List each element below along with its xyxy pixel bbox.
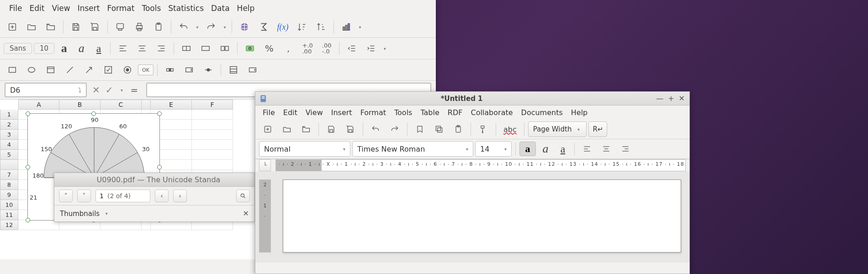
font-name-box[interactable]: Sans (4, 43, 32, 54)
row-header[interactable]: 5 (0, 150, 18, 160)
column-header[interactable]: A (18, 100, 59, 110)
function-icon[interactable]: f(x) (274, 18, 291, 36)
w-menu-table[interactable]: Table (418, 107, 442, 118)
w-bold-button[interactable]: a (519, 142, 536, 156)
minimize-icon[interactable]: — (656, 94, 663, 103)
close-sidebar-icon[interactable]: ✕ (243, 209, 249, 218)
row-header[interactable]: 3 (0, 130, 18, 140)
w-redo-icon[interactable] (386, 121, 403, 137)
new-icon[interactable] (4, 18, 21, 36)
inc-decimal-icon[interactable]: +.0.00 (299, 40, 316, 57)
menu-file[interactable]: File (6, 3, 25, 14)
print-icon[interactable] (131, 18, 148, 36)
resize-handle-nw[interactable] (26, 111, 30, 116)
cell[interactable] (18, 220, 59, 230)
rect-shape-icon[interactable] (4, 61, 21, 79)
thousands-icon[interactable]: , (280, 40, 297, 57)
accept-dropdown[interactable]: ▾ (119, 88, 125, 93)
scrollbar-widget-icon[interactable] (161, 61, 179, 79)
menu-format[interactable]: Format (104, 3, 137, 14)
w-undo-icon[interactable] (367, 121, 384, 137)
font-name-combo[interactable]: Times New Roman▾ (352, 141, 473, 157)
w-menu-format[interactable]: Format (358, 107, 389, 118)
italic-button[interactable]: a (74, 42, 89, 55)
w-align-left-icon[interactable] (578, 141, 596, 157)
sort-asc-icon[interactable] (293, 18, 311, 36)
resize-handle-n[interactable] (91, 111, 96, 116)
undo-icon[interactable] (175, 18, 192, 36)
close-icon[interactable]: ✕ (679, 94, 685, 103)
row-header[interactable]: 9 (0, 190, 18, 200)
print-preview-icon[interactable] (111, 18, 129, 36)
chart-icon[interactable] (338, 18, 355, 36)
menu-statistics[interactable]: Statistics (165, 3, 206, 14)
zoom-combo[interactable]: Page Width▾ (528, 121, 587, 137)
resize-handle-ne[interactable] (157, 111, 162, 116)
row-header[interactable] (0, 160, 18, 170)
document-page[interactable] (283, 179, 681, 253)
search-icon[interactable] (236, 190, 250, 202)
column-header[interactable]: B (59, 100, 101, 110)
align-center-icon[interactable] (133, 40, 151, 57)
hyperlink-icon[interactable] (236, 18, 253, 36)
column-header[interactable]: E (151, 100, 192, 110)
cell[interactable] (192, 110, 233, 120)
paragraph-direction-button[interactable]: R↵ (588, 121, 607, 137)
split-icon[interactable] (216, 40, 233, 57)
radio-icon[interactable] (119, 61, 136, 79)
cancel-formula-icon[interactable]: ✕ (92, 84, 100, 95)
w-underline-button[interactable]: a (555, 143, 571, 155)
open-recent-icon[interactable] (42, 18, 59, 36)
dec-indent-icon[interactable] (343, 40, 360, 57)
resize-handle-w[interactable] (26, 165, 30, 169)
pdf-titlebar[interactable]: U0900.pdf — The Unicode Standa (54, 173, 254, 187)
cell[interactable] (192, 140, 233, 150)
w-menu-file[interactable]: File (260, 107, 278, 118)
merge-center-icon[interactable] (178, 40, 195, 57)
toolbar-overflow[interactable]: ▾ (357, 25, 363, 30)
redo-dropdown[interactable]: ▾ (222, 25, 228, 30)
ellipse-shape-icon[interactable] (23, 61, 40, 79)
w-menu-rdf[interactable]: RDF (445, 107, 466, 118)
w-bookmark-icon[interactable] (411, 121, 429, 137)
format-overflow[interactable]: ▾ (381, 46, 388, 51)
sum-icon[interactable] (255, 18, 272, 36)
save-as-icon[interactable] (86, 18, 104, 36)
paragraph-style-combo[interactable]: Normal▾ (259, 141, 350, 157)
w-align-right-icon[interactable] (617, 141, 634, 157)
button-widget-icon[interactable]: OK (138, 64, 153, 75)
w-menu-collaborate[interactable]: Collaborate (468, 107, 515, 118)
writer-titlebar[interactable]: *Untitled 1 — + ✕ (255, 92, 689, 105)
merge-icon[interactable] (197, 40, 214, 57)
sort-desc-icon[interactable] (312, 18, 330, 36)
chevron-down-icon[interactable]: ⤵ (78, 86, 81, 94)
w-open-recent-icon[interactable] (297, 121, 315, 137)
w-menu-help[interactable]: Help (568, 107, 590, 118)
checkbox-icon[interactable] (100, 61, 117, 79)
horizontal-ruler[interactable]: · ı · 2 · ı · 1 · ı · X · ı · 1 · ı · 2 … (275, 159, 686, 171)
menu-edit[interactable]: Edit (26, 3, 47, 14)
w-menu-documents[interactable]: Documents (519, 107, 566, 118)
tab-stop-selector[interactable]: └ (259, 159, 271, 171)
list-widget-icon[interactable] (225, 61, 242, 79)
w-save-icon[interactable] (323, 121, 340, 137)
w-align-center-icon[interactable] (598, 141, 615, 157)
w-menu-edit[interactable]: Edit (281, 107, 300, 118)
w-menu-tools[interactable]: Tools (392, 107, 415, 118)
combo-widget-icon[interactable] (244, 61, 261, 79)
slider-widget-icon[interactable] (200, 61, 217, 79)
vertical-ruler[interactable]: 2 · 1 · (259, 179, 271, 253)
row-header[interactable]: 1 (0, 110, 18, 120)
column-header[interactable] (142, 100, 151, 110)
cell[interactable] (192, 150, 233, 160)
paste-icon[interactable] (150, 18, 167, 36)
redo-icon[interactable] (202, 18, 220, 36)
prev-result-icon[interactable]: ˄ (59, 190, 73, 202)
cell-reference-input[interactable]: D6 ⤵ (5, 83, 87, 97)
resize-handle-sw[interactable] (26, 218, 30, 222)
line-icon[interactable] (61, 61, 79, 79)
menu-data[interactable]: Data (208, 3, 233, 14)
resize-handle-e[interactable] (157, 165, 162, 169)
w-open-icon[interactable] (278, 121, 296, 137)
menu-help[interactable]: Help (234, 3, 258, 14)
